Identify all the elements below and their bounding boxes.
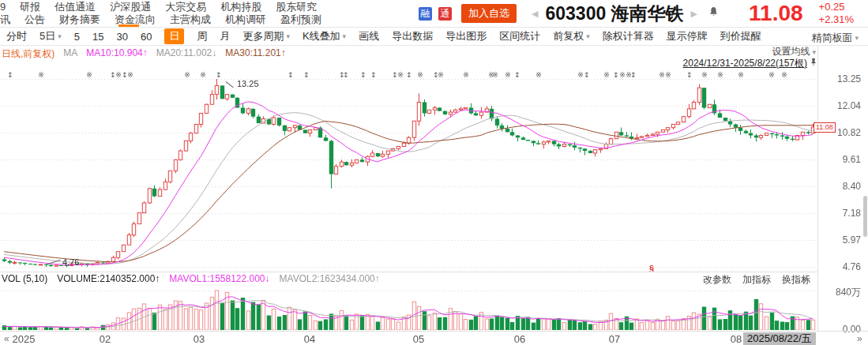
- menu-item-主营构成[interactable]: 主营构成: [170, 13, 211, 26]
- toolbar-item-label: 分时: [6, 29, 27, 43]
- toolbar-item-label: 显示停牌: [667, 29, 708, 43]
- toolbar-item-月[interactable]: 月: [220, 29, 230, 43]
- margin-trading-badge[interactable]: 融: [419, 7, 432, 21]
- time-axis-label: 06: [514, 333, 525, 345]
- time-axis: « » 2025/08/22/五 202502030405060708: [0, 331, 868, 345]
- menu-item-财务摘要[interactable]: 财务摘要: [59, 13, 100, 26]
- compact-layout-button[interactable]: 精简板面▾: [811, 31, 859, 45]
- volume-axis-max: 840万: [818, 286, 861, 299]
- menu-item-讯[interactable]: 讯: [0, 13, 10, 26]
- stock-header: 融 通 加入自选 ◀ 603300 海南华铁 ▶ 11.08 +0.25 +2.…: [419, 0, 868, 27]
- menu-item-公告[interactable]: 公告: [24, 13, 45, 26]
- chevron-down-icon: ▾: [343, 32, 347, 40]
- menu-item-机构调研[interactable]: 机构调研: [225, 13, 266, 26]
- toolbar-item-label: 区间统计: [499, 29, 540, 43]
- toolbar-item-60[interactable]: 60: [141, 31, 152, 43]
- toolbar-item-导出图形[interactable]: 导出图形: [445, 29, 487, 43]
- mavol1-value: MAVOL1:1558122.000↓: [169, 273, 269, 284]
- ma-label: MA: [63, 47, 77, 61]
- toolbar-item-更多周期[interactable]: 更多周期▾: [242, 29, 290, 43]
- price-axis-label: 4.76: [818, 261, 861, 272]
- scroll-to-start-icon[interactable]: «: [4, 333, 9, 344]
- next-stock-arrow-icon[interactable]: ▶: [691, 9, 697, 19]
- add-watchlist-button[interactable]: 加入自选: [461, 4, 517, 23]
- price-change-block: +0.25 +2.31%: [819, 1, 854, 26]
- time-axis-label: 08: [731, 333, 742, 345]
- toolbar-item-label: 15: [92, 31, 103, 43]
- volume-value: VOLUME:2140352.000↑: [57, 273, 160, 284]
- ma-indicator-row: 日线,前复权) MA MA10:10.904↑ MA20:11.002↓ MA3…: [2, 47, 286, 61]
- vol-label: VOL (5,10): [2, 273, 47, 284]
- toolbar-item-5日[interactable]: 5日▾: [39, 29, 62, 43]
- time-axis-label: 05: [413, 333, 424, 345]
- toolbar-item-日[interactable]: 日: [164, 28, 184, 44]
- ma10-value: MA10:10.904↑: [86, 47, 147, 61]
- menu-item-大宗交易[interactable]: 大宗交易: [165, 1, 206, 13]
- toolbar-item-label: K线叠加: [302, 29, 340, 43]
- toolbar-item-分时[interactable]: 分时: [6, 29, 27, 43]
- toolbar-item-除权计算器[interactable]: 除权计算器: [603, 29, 654, 43]
- menu-item-估值通道[interactable]: 估值通道: [54, 1, 96, 13]
- stock-name: 海南华铁: [611, 3, 684, 24]
- time-axis-label: 04: [304, 333, 315, 345]
- scroll-to-end-icon[interactable]: »: [857, 333, 862, 344]
- toolbar-item-到价提醒[interactable]: 到价提醒: [720, 29, 761, 43]
- toolbar-item-周[interactable]: 周: [197, 29, 207, 43]
- chevron-down-icon: ▾: [855, 34, 859, 42]
- ma20-value: MA20:11.002↓: [156, 47, 217, 61]
- cursor-date-box: 2025/08/22/五: [743, 332, 816, 345]
- last-price: 11.08: [749, 1, 803, 26]
- toolbar-item-画线[interactable]: 画线: [359, 29, 379, 43]
- toolbar-item-label: 日: [169, 29, 179, 43]
- menu-item-机构持股[interactable]: 机构持股: [220, 1, 261, 13]
- toolbar-item-15[interactable]: 15: [92, 31, 103, 43]
- chart-mode-label: 日线,前复权): [2, 47, 54, 61]
- prev-stock-arrow-icon[interactable]: ◀: [532, 9, 538, 19]
- toolbar-item-前复权[interactable]: 前复权▾: [553, 29, 590, 43]
- toolbar-item-label: 导出数据: [392, 29, 433, 43]
- chevron-down-icon: ▾: [286, 32, 290, 40]
- alert-bell-icon[interactable]: [708, 6, 719, 21]
- menu-bar: 9研报估值通道沪深股通大宗交易机构持股股东研究 讯公告财务摘要资金流向主营构成机…: [0, 0, 419, 27]
- toolbar-item-K线叠加[interactable]: K线叠加▾: [302, 29, 346, 43]
- stock-title: 603300 海南华铁: [545, 2, 683, 26]
- toolbar-item-30[interactable]: 30: [116, 31, 127, 43]
- toolbar-item-label: 更多周期: [242, 29, 284, 43]
- price-axis-label: 8.40: [818, 181, 861, 192]
- stock-app-window: 9研报估值通道沪深股通大宗交易机构持股股东研究 讯公告财务摘要资金流向主营构成机…: [0, 0, 868, 345]
- ma30-value: MA30:11.201↑: [225, 47, 286, 61]
- toolbar-item-显示停牌[interactable]: 显示停牌: [667, 29, 708, 43]
- chart-scrollbar-thumb[interactable]: [863, 196, 867, 237]
- menu-item-沪深股通[interactable]: 沪深股通: [110, 1, 151, 13]
- toolbar-item-label: 画线: [359, 29, 379, 43]
- close-indicator-icon[interactable]: ×: [802, 272, 809, 284]
- toolbar-item-区间统计[interactable]: 区间统计: [499, 29, 540, 43]
- volume-chart-canvas[interactable]: [0, 285, 818, 330]
- time-axis-label: 07: [609, 333, 620, 345]
- toolbar-item-导出数据[interactable]: 导出数据: [392, 29, 433, 43]
- volume-indicator-row: VOL (5,10) VOLUME:2140352.000↑ MAVOL1:15…: [2, 273, 380, 284]
- toolbar-item-label: 导出图形: [445, 29, 487, 43]
- menu-item-9[interactable]: 9: [0, 1, 6, 13]
- toolbar-item-label: 到价提醒: [720, 29, 761, 43]
- price-axis-label: 9.61: [818, 154, 861, 165]
- current-price-tag: 11.08: [814, 122, 836, 133]
- toolbar-item-label: 5: [74, 31, 80, 43]
- price-axis-label: 12.04: [818, 100, 861, 111]
- toolbar-item-label: 前复权: [553, 29, 584, 43]
- toolbar-item-5[interactable]: 5: [74, 31, 80, 43]
- price-axis-label: 13.25: [818, 73, 861, 84]
- stock-connect-badge[interactable]: 通: [438, 7, 452, 21]
- period-low-annotation: 4.76: [62, 257, 79, 267]
- menu-item-研报[interactable]: 研报: [20, 1, 40, 13]
- period-high-annotation: 13.25: [237, 79, 259, 88]
- stock-code: 603300: [545, 3, 606, 24]
- toolbar-item-label: 周: [197, 29, 207, 43]
- candlestick-chart-canvas[interactable]: [0, 67, 818, 278]
- menu-item-股东研究[interactable]: 股东研究: [276, 1, 317, 13]
- menu-row-top: 9研报估值通道沪深股通大宗交易机构持股股东研究: [0, 1, 317, 13]
- toolbar-item-label: 60: [141, 31, 152, 43]
- menu-row-bottom: 讯公告财务摘要资金流向主营构成机构调研盈利预测: [0, 13, 321, 26]
- toolbar-item-label: 除权计算器: [603, 29, 654, 43]
- menu-item-盈利预测[interactable]: 盈利预测: [280, 13, 321, 26]
